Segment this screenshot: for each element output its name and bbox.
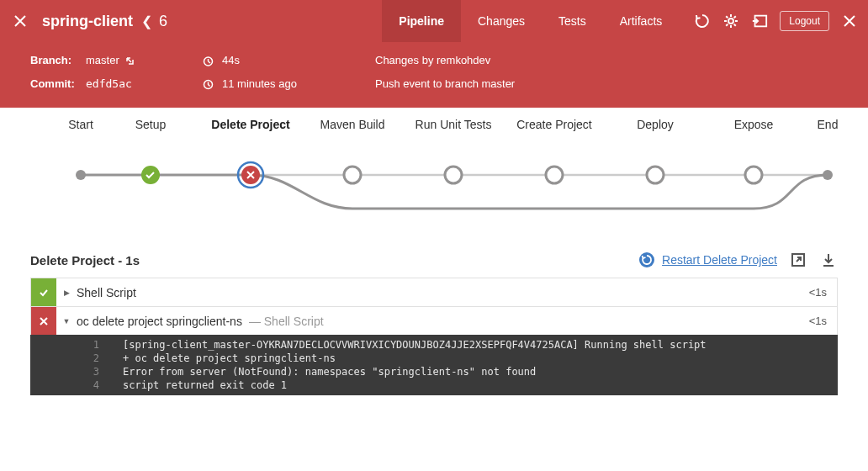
commit-label: Commit: [30, 72, 77, 96]
svg-point-6 [76, 170, 86, 180]
stage-node[interactable] [344, 167, 361, 183]
run-header: spring-client ❮ 6 Pipeline Changes Tests… [0, 0, 868, 108]
stage-node[interactable] [745, 167, 762, 183]
close-icon[interactable] [841, 13, 858, 29]
step-duration: <1s [809, 315, 837, 327]
close-run-button[interactable] [10, 11, 30, 31]
step-status-success-icon [31, 278, 56, 306]
header-tabs: Pipeline Changes Tests Artifacts [382, 0, 679, 42]
branch-label: Branch: [30, 49, 77, 72]
svg-point-14 [745, 167, 762, 183]
stage-node[interactable] [76, 170, 86, 180]
header-actions: Logout [694, 11, 858, 31]
header-meta: Branch: master Commit: edfd5ac 44s [0, 42, 868, 108]
stage-label[interactable]: Deploy [605, 118, 706, 131]
chevron-left-icon[interactable]: ❮ [141, 13, 152, 29]
stage-label[interactable]: Create Project [504, 118, 605, 131]
console-output: 1[spring-client_master-OYKRAN7DECLOCVVWR… [30, 335, 838, 395]
stopwatch-icon [202, 55, 214, 66]
console-line: 1[spring-client_master-OYKRAN7DECLOCVVWR… [30, 338, 838, 352]
stage-detail: Delete Project - 1s Restart Delete Proje… [0, 242, 868, 395]
svg-point-13 [647, 167, 664, 183]
restart-stage-link[interactable]: Restart Delete Project [638, 251, 777, 268]
tab-artifacts[interactable]: Artifacts [603, 0, 680, 42]
step-row[interactable]: ▶ Shell Script <1s [30, 278, 838, 307]
console-line: 3Error from server (NotFound): namespace… [30, 365, 838, 378]
tab-pipeline[interactable]: Pipeline [382, 0, 461, 42]
svg-point-10 [344, 167, 361, 183]
chevron-right-icon[interactable]: ▶ [56, 288, 77, 297]
step-status-failure-icon [31, 307, 56, 335]
stage-label[interactable]: Setup [100, 118, 201, 131]
build-number: 6 [159, 13, 167, 30]
stage-node[interactable] [445, 167, 462, 183]
rerun-icon[interactable] [694, 13, 711, 29]
svg-point-15 [823, 170, 833, 180]
stage-label[interactable]: Delete Project [200, 118, 301, 131]
timestamp-value: 11 minutes ago [222, 72, 297, 96]
step-name: oc delete project springclient-ns [77, 315, 242, 328]
svg-point-11 [445, 167, 462, 183]
commit-value: edfd5ac [86, 72, 132, 96]
stage-label[interactable]: Maven Build [302, 118, 403, 131]
svg-point-16 [639, 252, 654, 267]
duration-value: 44s [222, 49, 240, 72]
clock-icon [202, 78, 214, 90]
download-icon[interactable] [819, 251, 838, 269]
step-row[interactable]: ▼ oc delete project springclient-ns — Sh… [30, 306, 838, 336]
event-text: Push event to branch master [375, 72, 515, 96]
pipeline-svg [30, 141, 838, 217]
console-line: 4script returned exit code 1 [30, 378, 838, 392]
svg-point-12 [546, 167, 563, 183]
gear-icon[interactable] [722, 13, 739, 29]
pipeline-name: spring-client [42, 13, 133, 30]
stage-node[interactable] [141, 166, 160, 184]
branch-value[interactable]: master [86, 49, 136, 72]
header-top: spring-client ❮ 6 Pipeline Changes Tests… [0, 0, 868, 42]
console-line: 2+ oc delete project springclient-ns [30, 352, 838, 365]
step-name: Shell Script [77, 286, 136, 299]
tab-tests[interactable]: Tests [542, 0, 603, 42]
svg-point-0 [728, 19, 733, 24]
title-area: spring-client ❮ 6 [42, 13, 167, 30]
stage-node[interactable] [238, 162, 263, 188]
logout-button[interactable]: Logout [780, 11, 829, 31]
stage-node[interactable] [823, 170, 833, 180]
changes-text: Changes by remkohdev [375, 49, 490, 72]
pipeline-graph: StartSetupDelete ProjectMaven BuildRun U… [0, 108, 868, 242]
step-duration: <1s [809, 286, 837, 299]
chevron-down-icon[interactable]: ▼ [56, 317, 77, 325]
tab-changes[interactable]: Changes [461, 0, 542, 42]
stage-node[interactable] [546, 167, 563, 183]
external-link-icon [124, 55, 136, 66]
open-external-icon[interactable] [789, 251, 807, 269]
stage-title: Delete Project - 1s [30, 253, 140, 267]
stage-label[interactable]: End [777, 118, 868, 131]
stage-label[interactable]: Run Unit Tests [403, 118, 504, 131]
stage-node[interactable] [647, 167, 664, 183]
restart-icon [638, 251, 655, 268]
go-classic-icon[interactable] [751, 13, 768, 29]
step-subname: — Shell Script [249, 315, 324, 328]
